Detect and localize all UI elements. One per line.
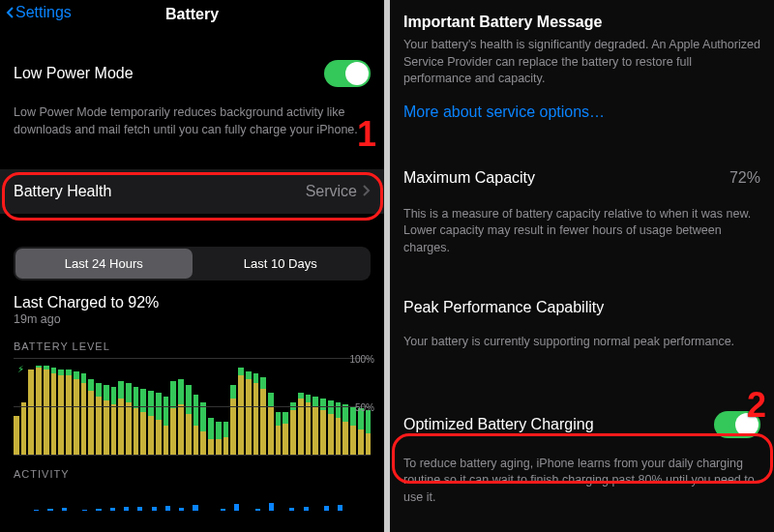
max-capacity-label: Maximum Capacity <box>403 169 535 187</box>
time-range-segmented[interactable]: Last 24 Hours Last 10 Days <box>14 247 371 281</box>
max-capacity-row: Maximum Capacity 72% <box>390 156 774 200</box>
back-button[interactable]: Settings <box>6 4 72 21</box>
battery-health-status: Service <box>306 181 357 202</box>
optimized-charging-row[interactable]: Optimized Battery Charging <box>390 399 774 450</box>
chevron-right-icon <box>363 183 371 200</box>
peak-performance-row: Peak Performance Capability <box>390 287 774 328</box>
battery-level-header: BATTERY LEVEL <box>0 331 384 358</box>
max-capacity-value: 72% <box>729 167 760 189</box>
annotation-1: 1 <box>357 114 376 155</box>
tab-24-hours[interactable]: Last 24 Hours <box>15 249 193 279</box>
last-charged-title: Last Charged to 92% <box>14 294 371 311</box>
annotation-2: 2 <box>747 385 766 426</box>
y-50: 50% <box>355 402 374 413</box>
chevron-left-icon <box>6 7 14 18</box>
nav-header: Settings Battery <box>0 0 384 29</box>
activity-chart <box>27 486 357 511</box>
optimized-charging-desc: To reduce battery aging, iPhone learns f… <box>390 450 774 520</box>
important-message-desc: Your battery's health is significantly d… <box>390 37 774 102</box>
low-power-label: Low Power Mode <box>14 65 134 82</box>
low-power-desc: Low Power Mode temporarily reduces backg… <box>0 99 384 152</box>
y-60m: 60m <box>344 482 374 499</box>
activity-header: ACTIVITY <box>0 458 384 486</box>
tab-10-days[interactable]: Last 10 Days <box>193 249 370 279</box>
peak-performance-label: Peak Performance Capability <box>403 299 604 316</box>
low-power-mode-row[interactable]: Low Power Mode <box>0 48 384 99</box>
more-service-link[interactable]: More about service options… <box>403 103 605 120</box>
battery-health-screen: Important Battery Message Your battery's… <box>390 0 774 532</box>
battery-level-chart: ⚡︎ 100% 50% <box>14 358 371 458</box>
peak-performance-desc: Your battery is currently supporting nor… <box>390 328 774 365</box>
charging-icon: ⚡︎ <box>17 364 24 374</box>
max-capacity-desc: This is a measure of battery capacity re… <box>390 200 774 271</box>
important-message-title: Important Battery Message <box>403 14 760 31</box>
battery-health-label: Battery Health <box>14 183 111 200</box>
optimized-charging-label: Optimized Battery Charging <box>403 416 594 433</box>
last-charged-ago: 19m ago <box>14 311 371 329</box>
battery-settings-screen: Settings Battery Low Power Mode Low Powe… <box>0 0 384 532</box>
last-charged: Last Charged to 92% 19m ago <box>0 292 384 331</box>
low-power-toggle[interactable] <box>324 60 371 87</box>
battery-health-row[interactable]: Battery Health Service <box>0 169 384 214</box>
page-title: Battery <box>165 6 219 23</box>
back-label: Settings <box>15 4 72 21</box>
y-100: 100% <box>349 354 374 365</box>
